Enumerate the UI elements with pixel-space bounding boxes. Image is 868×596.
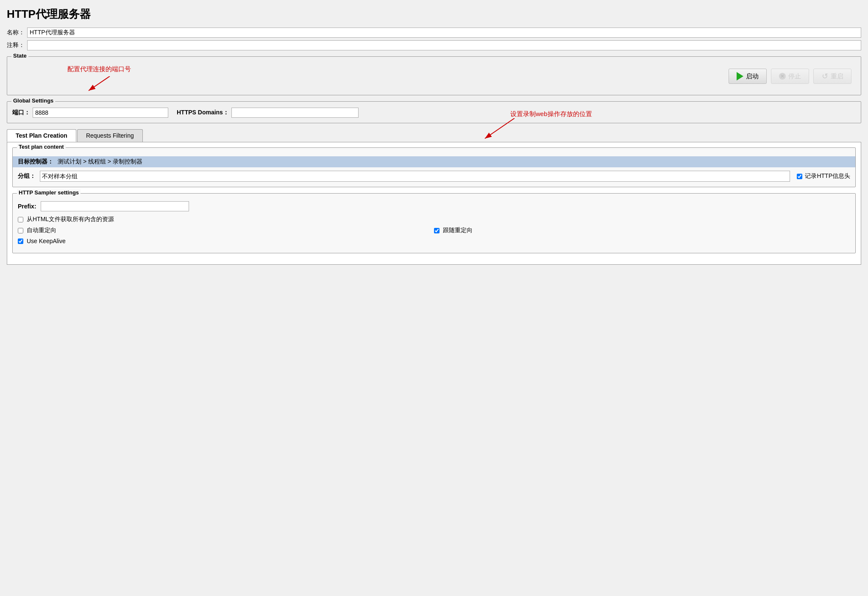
play-icon — [737, 72, 743, 80]
restart-label: 重启 — [831, 72, 843, 80]
comment-input[interactable] — [27, 40, 861, 50]
record-http-checkbox[interactable] — [797, 174, 802, 179]
tab-requests-filtering[interactable]: Requests Filtering — [77, 129, 143, 142]
checkbox-follow-redirect-container: 跟随重定向 — [434, 227, 850, 234]
tabs-bar: Test Plan Creation Requests Filtering — [7, 129, 861, 142]
port-label: 端口： — [12, 109, 30, 116]
svg-line-3 — [485, 118, 515, 139]
group-select-container: 不对样本分组 在组间添加分隔符 每个组放入新的控制器 只存第一个样本 记录HTT… — [40, 171, 850, 182]
state-section-title: State — [11, 53, 28, 59]
annotation-tab-text: 设置录制web操作存放的位置 — [510, 110, 592, 118]
group-row: 分组： 不对样本分组 在组间添加分隔符 每个组放入新的控制器 只存第一个样本 记… — [18, 171, 850, 182]
stop-icon: ✕ — [779, 73, 786, 80]
comment-label: 注释： — [7, 42, 25, 49]
global-settings-row: 端口： HTTPS Domains： — [12, 108, 856, 118]
tab-content: Test plan content 目标控制器： 测试计划 > 线程组 > 录制… — [7, 142, 861, 265]
svg-line-1 — [89, 76, 110, 91]
tab-test-plan-creation[interactable]: Test Plan Creation — [7, 129, 76, 142]
record-http-label: 记录HTTP信息头 — [805, 172, 850, 180]
state-buttons: 启动 ✕ 停止 ↺ 重启 — [729, 69, 851, 84]
stop-label: 停止 — [788, 72, 801, 80]
checkbox-auto-redirect-container: 自动重定向 — [18, 227, 434, 234]
checkbox-keepalive-label: Use KeepAlive — [27, 238, 66, 244]
global-settings-section: Global Settings 端口： HTTPS Domains： — [7, 101, 861, 123]
checkbox-keepalive[interactable] — [18, 238, 23, 244]
page-title: HTTP代理服务器 — [7, 7, 861, 22]
restart-icon: ↺ — [822, 72, 828, 81]
annotation-port-arrow — [84, 76, 118, 93]
annotation-port-text: 配置代理连接的端口号 — [67, 65, 131, 73]
stop-button[interactable]: ✕ 停止 — [771, 69, 809, 84]
tabs-container: 设置录制web操作存放的位置 Test Plan Creation Reques… — [7, 129, 861, 265]
https-input[interactable] — [231, 108, 359, 118]
checkbox-auto-redirect[interactable] — [18, 228, 23, 233]
checkbox-html-resources-label: 从HTML文件获取所有内含的资源 — [27, 216, 114, 223]
annotation-tab-container: 设置录制web操作存放的位置 — [476, 110, 592, 141]
checkbox-keepalive-row: Use KeepAlive — [18, 238, 850, 244]
checkbox-html-resources[interactable] — [18, 217, 23, 222]
https-row: HTTPS Domains： — [177, 108, 359, 118]
record-http-container: 记录HTTP信息头 — [797, 172, 850, 180]
checkbox-follow-redirect[interactable] — [434, 228, 440, 233]
http-sampler-settings-title: HTTP Sampler settings — [17, 189, 81, 196]
name-row: 名称： — [7, 28, 861, 38]
comment-row: 注释： — [7, 40, 861, 50]
name-label: 名称： — [7, 29, 25, 36]
checkbox-redirect-row: 自动重定向 跟随重定向 — [18, 227, 850, 234]
annotation-area: 配置代理连接的端口号 启动 ✕ 停止 — [12, 64, 856, 90]
start-label: 启动 — [746, 72, 759, 80]
group-select[interactable]: 不对样本分组 在组间添加分隔符 每个组放入新的控制器 只存第一个样本 — [40, 171, 790, 182]
checkbox-html-resources-row: 从HTML文件获取所有内含的资源 — [18, 216, 850, 223]
target-controller-row: 目标控制器： 测试计划 > 线程组 > 录制控制器 — [13, 156, 855, 167]
group-label: 分组： — [18, 172, 36, 180]
port-input[interactable] — [33, 108, 168, 118]
prefix-label: Prefix: — [18, 203, 36, 210]
checkbox-follow-redirect-label: 跟随重定向 — [443, 227, 473, 234]
target-value: 测试计划 > 线程组 > 录制控制器 — [58, 158, 142, 166]
annotation-tab-arrow — [476, 118, 519, 141]
checkbox-auto-redirect-label: 自动重定向 — [27, 227, 56, 234]
main-container: HTTP代理服务器 名称： 注释： State 配置代理连接的端口号 — [0, 0, 868, 596]
global-settings-title: Global Settings — [11, 97, 55, 104]
prefix-input[interactable] — [41, 201, 189, 211]
prefix-row: Prefix: — [18, 201, 850, 211]
name-input[interactable] — [27, 28, 861, 38]
https-label: HTTPS Domains： — [177, 109, 229, 116]
test-plan-content-title: Test plan content — [17, 144, 66, 150]
state-section: State 配置代理连接的端口号 启动 — [7, 56, 861, 95]
start-button[interactable]: 启动 — [729, 69, 767, 84]
port-row: 端口： — [12, 108, 168, 118]
restart-button[interactable]: ↺ 重启 — [813, 69, 851, 84]
http-sampler-settings-section: HTTP Sampler settings Prefix: 从HTML文件获取所… — [12, 193, 856, 253]
test-plan-content-section: Test plan content 目标控制器： 测试计划 > 线程组 > 录制… — [12, 147, 856, 187]
target-label: 目标控制器： — [18, 158, 53, 166]
